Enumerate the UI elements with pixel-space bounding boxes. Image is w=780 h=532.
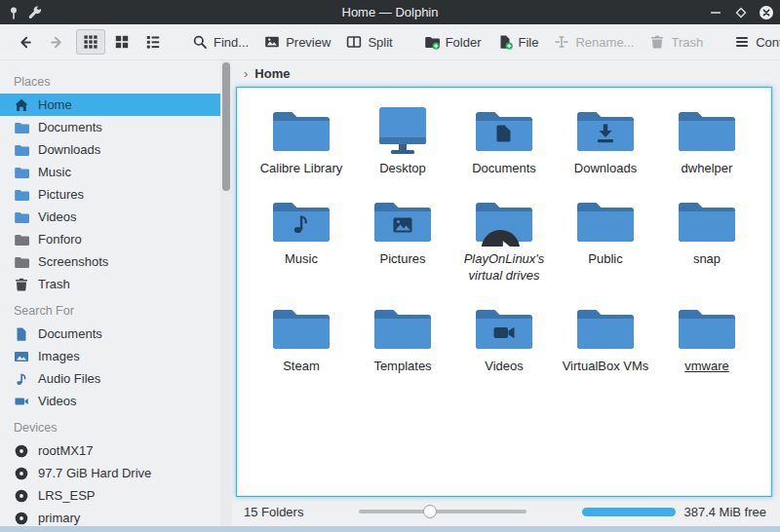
- trash-button[interactable]: Trash: [643, 29, 710, 55]
- pin-icon[interactable]: [6, 5, 21, 20]
- folder-label: Templates: [353, 359, 452, 374]
- sidebar-item-home[interactable]: Home: [0, 94, 220, 116]
- sidebar-item-lrs-esp[interactable]: LRS_ESP: [0, 484, 220, 507]
- folder-label: Pictures: [353, 251, 452, 267]
- sidebar-item-label: rootMX17: [38, 443, 93, 458]
- sidebar-item-pictures[interactable]: Pictures: [0, 183, 220, 206]
- folder-label: Calibre Library: [252, 161, 351, 176]
- folder-label: Public: [556, 251, 655, 267]
- folder-vmware[interactable]: vmware: [657, 303, 757, 374]
- folder-icon: [676, 303, 738, 354]
- chevron-right-icon[interactable]: ›: [244, 66, 248, 81]
- folder-icon: [676, 105, 738, 156]
- forward-button[interactable]: [42, 29, 72, 56]
- sidebar-item-label: Audio Files: [38, 371, 100, 386]
- folder-pictures[interactable]: Pictures: [353, 196, 452, 284]
- new-file-icon: [497, 34, 513, 50]
- sidebar-item-label: Fonforo: [38, 232, 82, 247]
- folder-icon: [14, 120, 29, 135]
- folder-snap[interactable]: snap: [657, 196, 757, 284]
- trash-label: Trash: [671, 35, 703, 50]
- preview-button[interactable]: Preview: [257, 29, 337, 55]
- folder-templates[interactable]: Templates: [353, 303, 452, 374]
- document-icon: [14, 326, 29, 342]
- folder-label: Desktop: [353, 161, 452, 176]
- minimize-button[interactable]: [708, 5, 723, 20]
- folder-view[interactable]: Calibre Library Desktop Documents Downlo…: [236, 87, 772, 497]
- sidebar-item-label: Pictures: [38, 187, 84, 202]
- sidebar-item-label: Home: [38, 97, 72, 112]
- folder-videos-icon: [473, 303, 535, 354]
- rename-icon: [554, 34, 569, 50]
- folder-documents[interactable]: Documents: [454, 105, 554, 176]
- sidebar-item-trash[interactable]: Trash: [0, 273, 220, 295]
- scrollbar-thumb[interactable]: [222, 62, 230, 191]
- folder-playonlinux-virtual-drives[interactable]: PlayOnLinux's virtual drives: [454, 196, 554, 284]
- drive-icon: [14, 443, 29, 459]
- find-button[interactable]: Find...: [185, 29, 255, 55]
- sidebar-item-primary[interactable]: primary: [0, 507, 220, 526]
- free-space-label: 387.4 MiB free: [683, 505, 766, 519]
- sidebar-item-search-images[interactable]: Images: [0, 345, 220, 367]
- close-button[interactable]: [759, 5, 774, 20]
- sidebar-item-documents[interactable]: Documents: [0, 116, 220, 138]
- folder-desktop[interactable]: Desktop: [353, 105, 452, 176]
- split-label: Split: [368, 35, 392, 50]
- sidebar-item-fonforo[interactable]: Fonforo: [0, 228, 220, 250]
- sidebar-item-music[interactable]: Music: [0, 161, 220, 183]
- titlebar[interactable]: Home — Dolphin: [0, 0, 780, 24]
- sidebar-item-search-videos[interactable]: Videos: [0, 390, 220, 412]
- drive-icon: [14, 466, 29, 481]
- folders-count: 15 Folders: [244, 505, 303, 519]
- zoom-slider[interactable]: [359, 504, 526, 519]
- folder-label: Videos: [454, 359, 554, 374]
- folder-steam[interactable]: Steam: [252, 303, 351, 374]
- split-icon: [346, 34, 362, 50]
- free-space-bar: [582, 508, 676, 516]
- sidebar-item-label: LRS_ESP: [38, 488, 96, 503]
- find-label: Find...: [214, 35, 249, 50]
- view-icons-button[interactable]: [76, 29, 105, 55]
- slider-track[interactable]: [359, 510, 526, 513]
- sidebar-item-screenshots[interactable]: Screenshots: [0, 250, 220, 273]
- folder-label: PlayOnLinux's virtual drives: [454, 251, 554, 284]
- folder-public[interactable]: Public: [556, 196, 655, 284]
- folder-dwhelper[interactable]: dwhelper: [657, 105, 757, 176]
- folder-icon: [270, 105, 332, 156]
- sidebar-item-rootmx17[interactable]: rootMX17: [0, 439, 220, 462]
- slider-handle[interactable]: [423, 505, 437, 518]
- rename-button[interactable]: Rename...: [547, 29, 641, 55]
- drive-icon: [14, 511, 29, 526]
- sidebar-item-videos[interactable]: Videos: [0, 206, 220, 228]
- split-button[interactable]: Split: [339, 29, 399, 55]
- home-icon: [14, 97, 29, 113]
- folder-virtualbox-vms[interactable]: VirtualBox VMs: [556, 303, 655, 374]
- folder-videos[interactable]: Videos: [454, 303, 554, 374]
- folder-label: dwhelper: [657, 161, 757, 176]
- folder-downloads[interactable]: Downloads: [556, 105, 655, 176]
- control-button[interactable]: Control: [727, 29, 780, 55]
- breadcrumb-current[interactable]: Home: [254, 66, 290, 81]
- folder-label: Documents: [454, 161, 554, 176]
- folder-icon: [371, 303, 434, 354]
- maximize-button[interactable]: [733, 5, 749, 20]
- back-button[interactable]: [10, 29, 40, 56]
- wrench-icon[interactable]: [27, 5, 43, 20]
- forward-icon: [49, 34, 65, 51]
- breadcrumb[interactable]: › Home: [236, 60, 772, 87]
- sidebar-item-search-audio[interactable]: Audio Files: [0, 367, 220, 390]
- sidebar-scrollbar[interactable]: [220, 60, 232, 526]
- sidebar-item-search-documents[interactable]: Documents: [0, 323, 220, 345]
- new-file-button[interactable]: File: [490, 29, 546, 55]
- folder-calibre-library[interactable]: Calibre Library: [252, 105, 351, 176]
- sidebar-item-hard-drive[interactable]: 97.7 GiB Hard Drive: [0, 462, 220, 484]
- folder-music[interactable]: Music: [252, 196, 351, 284]
- folder-icon: [14, 187, 29, 203]
- view-compact-button[interactable]: [107, 29, 136, 55]
- sidebar-item-downloads[interactable]: Downloads: [0, 138, 220, 161]
- new-folder-button[interactable]: Folder: [417, 29, 488, 55]
- places-panel: Places Home Documents Downloads Music Pi…: [0, 60, 220, 526]
- section-title-search-for: Search For: [0, 295, 220, 323]
- folder-label: Downloads: [556, 161, 655, 176]
- view-details-button[interactable]: [138, 29, 168, 55]
